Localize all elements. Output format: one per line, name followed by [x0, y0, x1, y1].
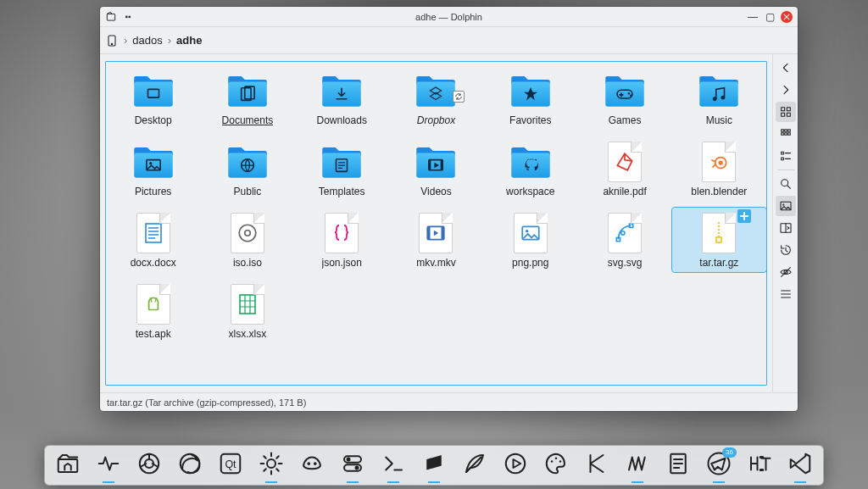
folder-item-videos[interactable]: Videos — [389, 136, 483, 201]
folder-item-public[interactable]: Public — [200, 136, 294, 201]
dock-audio-button[interactable] — [621, 449, 654, 481]
hamburger-icon — [779, 287, 793, 301]
running-indicator — [347, 481, 359, 483]
breadcrumb-parent[interactable]: dados — [132, 34, 162, 47]
folder-item-music[interactable]: Music — [672, 65, 766, 130]
breadcrumb-current[interactable]: adhe — [176, 34, 202, 47]
file-icon — [225, 211, 270, 255]
dock-writer-button[interactable] — [459, 449, 491, 481]
dock-telegram-button[interactable]: 36 — [703, 449, 735, 481]
dock-monitor-button[interactable] — [92, 449, 125, 481]
files-grid: Desktop Documents Downloads Dropbox Favo… — [106, 65, 766, 343]
folder-item-templates[interactable]: Templates — [295, 136, 389, 201]
separator — [777, 169, 794, 170]
dock-settings-button[interactable] — [255, 449, 287, 481]
file-item-svg-svg[interactable]: svg.svg — [577, 208, 671, 272]
nav-back-button[interactable] — [776, 58, 796, 78]
menu-button[interactable] — [776, 284, 796, 304]
folder-item-pictures[interactable]: Pictures — [106, 136, 200, 201]
device-icon[interactable] — [105, 34, 119, 47]
dock-gimp-button[interactable] — [296, 449, 328, 481]
maximize-button[interactable]: ▢ — [764, 11, 776, 23]
preview-button[interactable] — [776, 196, 796, 216]
dock-tweaks-button[interactable] — [337, 449, 369, 481]
note-icon — [665, 451, 691, 480]
hidden-button[interactable] — [776, 262, 796, 282]
side-toolbar — [772, 54, 798, 392]
palette-icon — [543, 451, 569, 480]
file-item-mkv-mkv[interactable]: mkv.mkv — [389, 208, 483, 272]
svg-point-59 — [781, 180, 787, 186]
file-item-xlsx-xlsx[interactable]: xlsx.xlsx — [200, 279, 294, 343]
svg-rect-28 — [441, 160, 442, 170]
nav-forward-button[interactable] — [776, 80, 796, 100]
view-details-button[interactable] — [776, 146, 796, 166]
file-item-test-apk[interactable]: test.apk — [106, 279, 200, 343]
dock-qt-button[interactable]: Qt — [214, 449, 247, 481]
running-indicator — [713, 481, 725, 483]
folder-item-downloads[interactable]: Downloads — [295, 65, 389, 130]
folder-item-workspace[interactable]: workspace — [483, 136, 577, 201]
dock-notes-button[interactable] — [662, 449, 694, 481]
svg-rect-57 — [781, 152, 783, 154]
running-indicator — [103, 481, 114, 483]
search-icon — [779, 177, 793, 191]
running-indicator — [387, 481, 399, 483]
dock-typography-button[interactable] — [743, 449, 776, 481]
svg-rect-37 — [442, 226, 444, 239]
svg-rect-47 — [781, 108, 784, 111]
file-item-iso-iso[interactable]: iso.iso — [200, 208, 294, 272]
folder-item-dropbox[interactable]: Dropbox — [389, 65, 483, 130]
file-item-blen-blender[interactable]: blen.blender — [672, 136, 766, 201]
window-body: Desktop Documents Downloads Dropbox Favo… — [100, 54, 798, 392]
item-label: Music — [706, 114, 732, 126]
history-button[interactable] — [776, 240, 796, 260]
feather-icon — [462, 451, 487, 480]
file-item-docx-docx[interactable]: docx.docx — [106, 208, 200, 272]
close-button[interactable] — [781, 11, 793, 23]
folder-item-desktop[interactable]: Desktop — [106, 65, 200, 130]
dock-vscode-button[interactable] — [784, 449, 816, 481]
pin-icon[interactable]: ▪▪ — [122, 11, 134, 23]
folder-item-games[interactable]: Games — [577, 65, 671, 130]
dock-sublime-button[interactable] — [418, 449, 450, 481]
svg-rect-48 — [787, 108, 790, 111]
item-label: docx.docx — [131, 257, 176, 269]
app-menu-icon[interactable] — [105, 11, 117, 23]
folder-icon — [225, 140, 270, 184]
dock-terminal-button[interactable] — [377, 449, 409, 481]
minimize-button[interactable]: — — [747, 11, 759, 23]
svg-point-70 — [267, 459, 275, 468]
svg-rect-0 — [107, 14, 114, 20]
file-icon — [603, 211, 647, 255]
view-icons-button[interactable] — [776, 102, 796, 122]
file-item-json-json[interactable]: json.json — [295, 208, 389, 272]
folder-icon — [414, 140, 458, 184]
dock-paint-button[interactable] — [540, 449, 572, 481]
dock-files-button[interactable] — [52, 449, 84, 481]
folder-item-documents[interactable]: Documents — [200, 65, 294, 130]
folder-item-favorites[interactable]: Favorites — [483, 65, 577, 130]
svg-rect-58 — [781, 158, 783, 160]
folder-icon — [225, 69, 270, 113]
files-pane[interactable]: Desktop Documents Downloads Dropbox Favo… — [100, 54, 772, 392]
svg-rect-50 — [787, 113, 790, 116]
sync-emblem-icon — [453, 91, 465, 103]
find-button[interactable] — [776, 174, 796, 194]
item-label: svg.svg — [608, 257, 643, 269]
dock-K-button[interactable] — [581, 449, 613, 481]
dock-firefox-button[interactable] — [174, 449, 206, 481]
status-text: tar.tar.gz (Tar archive (gzip-compressed… — [107, 397, 306, 408]
item-label: Games — [609, 114, 642, 126]
file-item-aknile-pdf[interactable]: aknile.pdf — [577, 136, 671, 201]
svg-point-31 — [719, 160, 723, 164]
folder-icon — [509, 140, 553, 184]
file-icon — [131, 211, 175, 255]
dock-chrome-button[interactable] — [133, 449, 165, 481]
view-compact-button[interactable] — [776, 124, 796, 144]
file-item-tar-tar-gz[interactable]: tar.tar.gz — [672, 208, 766, 272]
file-item-png-png[interactable]: png.png — [483, 208, 577, 272]
item-label: iso.iso — [233, 257, 262, 269]
dock-media-button[interactable] — [499, 449, 531, 481]
split-button[interactable] — [776, 218, 796, 238]
